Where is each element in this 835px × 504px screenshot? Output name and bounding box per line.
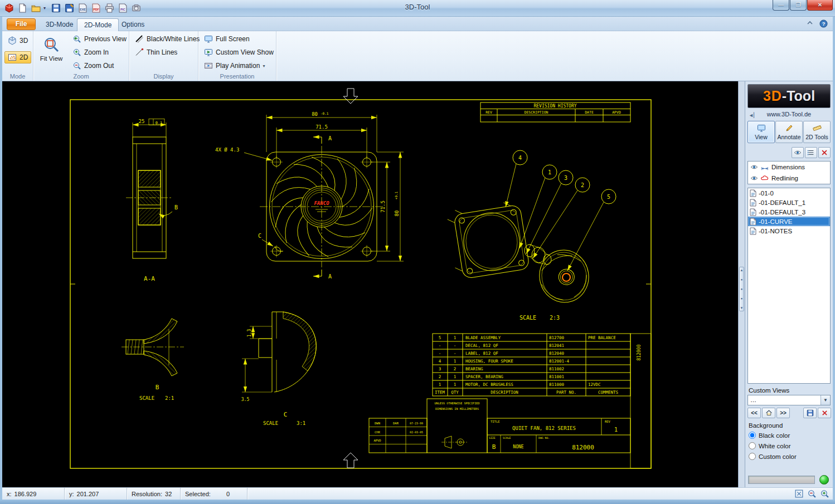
tab-annotate[interactable]: Annotate — [775, 121, 803, 143]
bom-cell: - — [439, 351, 441, 356]
play-animation-caret-icon[interactable]: ▾ — [263, 63, 265, 68]
radio-black-label: Black color — [759, 432, 790, 439]
dim-80-top: 80 — [312, 111, 318, 117]
balloon-number: 1 — [548, 169, 551, 175]
tree-list-icon[interactable] — [805, 147, 817, 158]
sheet-item-selected[interactable]: -01-CURVE — [748, 217, 830, 226]
tab-view-label: View — [755, 134, 768, 140]
dropdown-caret-icon[interactable]: ▼ — [821, 395, 830, 405]
main-area: REVISION HISTORY REV DESCRIPTION DATE AP… — [0, 81, 835, 487]
bom-header: PART NO. — [556, 390, 576, 395]
radio-white-input[interactable] — [749, 442, 756, 449]
delete-all-icon[interactable] — [818, 147, 831, 158]
fit-page-icon[interactable] — [794, 489, 804, 498]
custom-view-show-button[interactable]: Custom View Show — [201, 46, 277, 58]
mode-3d-button[interactable]: 3D — [4, 35, 31, 47]
zoom-in-status-icon[interactable] — [820, 489, 829, 498]
minimize-ribbon-icon[interactable] — [805, 19, 815, 28]
sheet-icon — [750, 208, 756, 216]
logo-3d-text: 3D — [763, 88, 782, 104]
sheet-item[interactable]: -01-0 — [748, 188, 830, 198]
status-y-value: 201.207 — [77, 491, 99, 497]
prev-view-button[interactable]: << — [747, 408, 761, 418]
zoom-in-button[interactable]: Zoom In — [69, 46, 112, 58]
zoom-out-status-icon[interactable] — [807, 489, 817, 498]
tab-view[interactable]: View — [747, 121, 775, 143]
website-link[interactable]: www.3D-Tool.de — [767, 111, 811, 118]
radio-black-color[interactable]: Black color — [749, 430, 831, 441]
color-apply-indicator[interactable] — [819, 475, 829, 485]
close-button[interactable]: ✕ — [807, 0, 833, 11]
layer-row-redlining[interactable]: Redlining — [748, 173, 830, 184]
logo-3d-tool: 3D-Tool — [747, 84, 831, 108]
custom-color-swatch[interactable] — [748, 476, 815, 484]
bom-cell: PRE BALANCE — [588, 335, 616, 340]
sheet-icon — [750, 218, 756, 226]
tab-3d-mode[interactable]: 3D-Mode — [39, 18, 80, 31]
logo-tool-text: -Tool — [782, 88, 815, 104]
full-screen-button[interactable]: Full Screen — [201, 33, 253, 45]
splitter-handle-icon[interactable]: ▲●●●▼ — [739, 267, 744, 311]
revision-col: DATE — [585, 110, 594, 115]
custom-views-dropdown[interactable]: … ▼ — [747, 395, 831, 405]
sidebar-splitter[interactable]: ▲●●●▼ — [738, 81, 745, 487]
save-view-button[interactable] — [803, 408, 817, 418]
fit-view-button[interactable]: Fit View — [36, 33, 66, 71]
tb-scale-label: SCALE — [503, 437, 511, 439]
eye-icon[interactable] — [750, 174, 758, 182]
dim-80-top-tol: -0.1 — [321, 111, 329, 115]
canvas-area[interactable]: REVISION HISTORY REV DESCRIPTION DATE AP… — [2, 81, 738, 487]
thin-lines-button[interactable]: Thin Lines — [132, 46, 181, 58]
tb-apvd-label: APVD — [373, 439, 381, 442]
tab-2d-tools[interactable]: 2D Tools — [803, 121, 831, 143]
tb-dwn-label: DWN — [375, 422, 380, 425]
radio-black-input[interactable] — [749, 432, 756, 439]
drawing-canvas[interactable]: REVISION HISTORY REV DESCRIPTION DATE AP… — [2, 81, 738, 487]
home-icon — [765, 409, 773, 417]
mode-2d-button[interactable]: 2D — [4, 51, 31, 63]
tb-drawn-by: DAR — [393, 422, 399, 425]
window-bottom-frame — [0, 500, 835, 504]
toggle-visibility-all-icon[interactable] — [792, 147, 804, 158]
bw-lines-button[interactable]: Black/White Lines — [132, 33, 203, 45]
margin-dwg-no: 812000 — [637, 344, 642, 360]
tab-2d-tools-label: 2D Tools — [805, 134, 828, 140]
tab-options[interactable]: Options — [115, 18, 151, 31]
tb-dwg-label: DWG NO. — [538, 437, 550, 439]
detail-b-name: B — [156, 384, 159, 391]
previous-view-label: Previous View — [84, 35, 127, 43]
radio-white-color[interactable]: White color — [749, 441, 831, 451]
zoom-out-label: Zoom Out — [84, 62, 114, 70]
eye-icon[interactable] — [750, 163, 758, 171]
tab-2d-mode[interactable]: 2D-Mode — [77, 18, 119, 31]
bom-cell: 1 — [454, 382, 457, 387]
custom-view-show-label: Custom View Show — [216, 48, 274, 56]
radio-custom-input[interactable] — [749, 453, 756, 460]
delete-view-button[interactable] — [818, 408, 831, 418]
title-bar[interactable]: ▾ EXE PDF PIC 3D-Tool — ❐ ✕ — [0, 0, 835, 17]
section-arrow-label-bottom: A — [328, 273, 332, 280]
full-screen-label: Full Screen — [216, 35, 250, 43]
sheet-item[interactable]: -01-DEFAULT_3 — [748, 207, 830, 217]
previous-view-button[interactable]: Previous View — [69, 33, 130, 45]
play-animation-button[interactable]: Play Animation ▾ — [201, 60, 268, 72]
zoom-out-button[interactable]: Zoom Out — [69, 60, 117, 72]
bom-cell: 1 — [454, 335, 457, 340]
ribbon-group-presentation: Full Screen Custom View Show Play Animat… — [198, 31, 276, 81]
sheet-item[interactable]: -01-NOTES — [748, 226, 830, 236]
layer-row-dimensions[interactable]: Dimensions — [748, 162, 830, 173]
sheet-list[interactable]: -01-0 -01-DEFAULT_1 -01-DEFAULT_3 -01-CU… — [747, 188, 831, 384]
next-view-button[interactable]: >> — [776, 408, 790, 418]
default-view-button[interactable] — [762, 408, 775, 418]
file-menu-button[interactable]: File — [7, 18, 36, 30]
radio-custom-color[interactable]: Custom color — [749, 451, 831, 462]
collapse-sidebar-icon[interactable]: ◄▏ — [749, 111, 758, 120]
status-resolution: Resolution: 32 — [127, 488, 181, 500]
help-icon[interactable]: ? — [818, 19, 828, 28]
minimize-button[interactable]: — — [773, 0, 789, 11]
sheet-item[interactable]: -01-DEFAULT_1 — [748, 198, 830, 207]
status-zoom-tools — [794, 489, 833, 498]
custom-color-row — [748, 475, 830, 485]
tb-rev-label: REV — [605, 420, 611, 423]
maximize-button[interactable]: ❐ — [790, 0, 807, 11]
